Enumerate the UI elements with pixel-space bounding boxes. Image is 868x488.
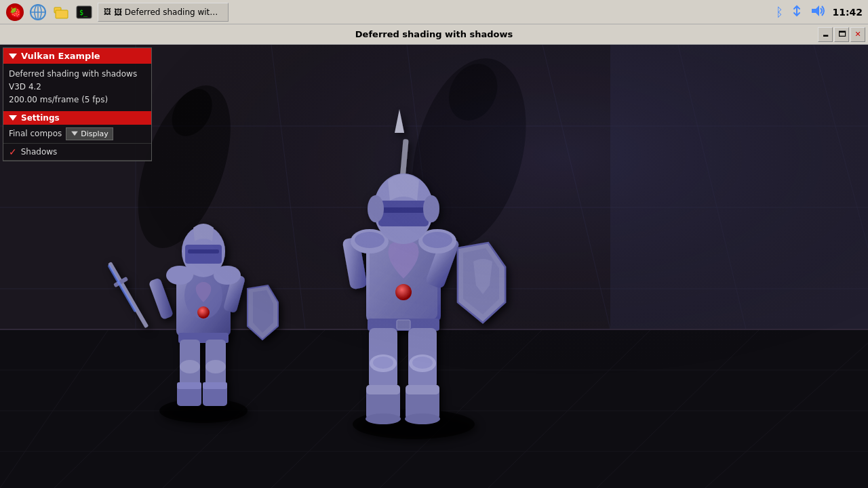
close-button[interactable]: ✕ — [850, 27, 865, 42]
taskbar: 🍓 $_ 🖼 🖼 Deferred shading with s... ᛒ — [0, 0, 868, 24]
network-icon[interactable] — [790, 4, 804, 20]
svg-text:$_: $_ — [79, 9, 88, 17]
files-icon[interactable] — [52, 3, 71, 22]
info-panel: Vulkan Example Deferred shading with sha… — [3, 47, 152, 161]
panel-title: Vulkan Example — [21, 51, 100, 61]
svg-rect-5 — [56, 10, 68, 18]
settings-section-header[interactable]: Settings — [3, 111, 151, 125]
volume-icon[interactable] — [810, 4, 825, 20]
taskbar-right: ᛒ 11:42 — [776, 4, 863, 20]
shadows-checkmark-icon: ✓ — [9, 146, 17, 157]
panel-header[interactable]: Vulkan Example — [3, 48, 151, 64]
app-taskbar-button[interactable]: 🖼 🖼 Deferred shading with s... — [98, 3, 229, 22]
final-composite-label: Final compos — [9, 129, 62, 138]
maximize-button[interactable]: 🗖 — [834, 27, 849, 42]
settings-triangle-icon — [9, 115, 17, 121]
settings-label: Settings — [21, 113, 60, 123]
scene-content: Vulkan Example Deferred shading with sha… — [0, 45, 868, 488]
browser-icon[interactable] — [28, 3, 47, 22]
info-version: V3D 4.2 — [9, 81, 146, 94]
collapse-triangle-icon — [9, 54, 17, 59]
info-fps: 200.00 ms/frame (5 fps) — [9, 94, 146, 106]
clock: 11:42 — [832, 7, 863, 18]
raspberry-pi-icon[interactable]: 🍓 — [5, 3, 24, 22]
shadows-row: ✓ Shadows — [3, 144, 151, 161]
composite-row: Final compos Display — [3, 125, 151, 144]
display-label: Display — [81, 129, 108, 138]
info-title: Deferred shading with shadows — [9, 68, 146, 81]
bluetooth-icon[interactable]: ᛒ — [776, 5, 783, 19]
terminal-icon[interactable]: $_ — [75, 3, 94, 22]
panel-info-block: Deferred shading with shadows V3D 4.2 20… — [3, 64, 151, 111]
display-dropdown[interactable]: Display — [66, 127, 113, 140]
dropdown-triangle-icon — [72, 131, 79, 136]
window-controls: 🗕 🗖 ✕ — [818, 27, 865, 42]
main-window: Deferred shading with shadows 🗕 🗖 ✕ — [0, 24, 868, 488]
svg-marker-8 — [812, 5, 819, 16]
shadows-label: Shadows — [21, 147, 58, 157]
minimize-button[interactable]: 🗕 — [818, 27, 833, 42]
window-title: Deferred shading with shadows — [355, 29, 513, 39]
title-bar: Deferred shading with shadows 🗕 🗖 ✕ — [0, 24, 868, 45]
